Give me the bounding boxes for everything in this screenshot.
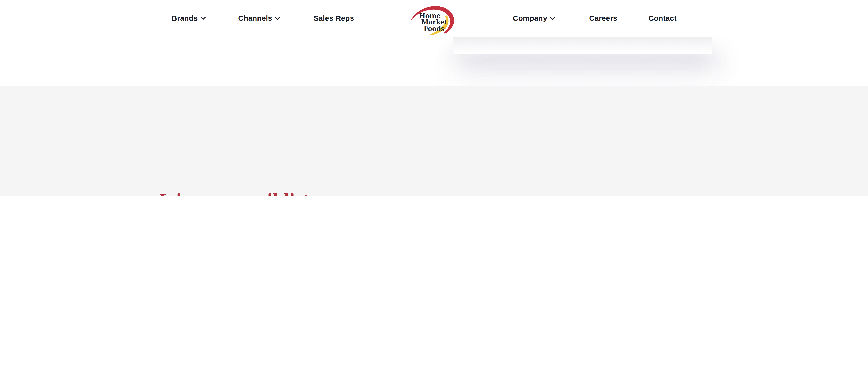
nav-item-careers[interactable]: Careers <box>589 0 617 37</box>
nav-item-contact[interactable]: Contact <box>648 0 677 37</box>
chevron-down-icon <box>550 17 555 20</box>
logo-reg-mark: ® <box>444 27 446 30</box>
nav-item-company[interactable]: Company <box>513 0 555 37</box>
nav-item-label: Company <box>513 14 547 23</box>
newsletter-heading: Join our email list <box>159 191 339 196</box>
nav-item-label: Sales Reps <box>314 14 354 23</box>
nav-item-label: Contact <box>648 14 677 23</box>
nav-item-channels[interactable]: Channels <box>238 0 280 37</box>
nav-dropdown-panel <box>453 37 712 54</box>
chevron-down-icon <box>275 17 280 20</box>
top-navigation: Brands Channels Sales Reps Company Caree… <box>0 0 868 37</box>
logo-text-line3: Foods <box>424 25 444 32</box>
nav-item-label: Careers <box>589 14 617 23</box>
footer: Join our email list Get the latest updat… <box>0 86 868 196</box>
nav-item-label: Brands <box>172 14 198 23</box>
chevron-down-icon <box>201 17 205 20</box>
nav-item-sales-reps[interactable]: Sales Reps <box>314 0 354 37</box>
nav-item-label: Channels <box>238 14 272 23</box>
nav-item-brands[interactable]: Brands <box>172 0 205 37</box>
page: Brands Channels Sales Reps Company Caree… <box>0 0 868 196</box>
home-market-foods-logo[interactable]: Home Market Foods ® <box>409 3 457 36</box>
